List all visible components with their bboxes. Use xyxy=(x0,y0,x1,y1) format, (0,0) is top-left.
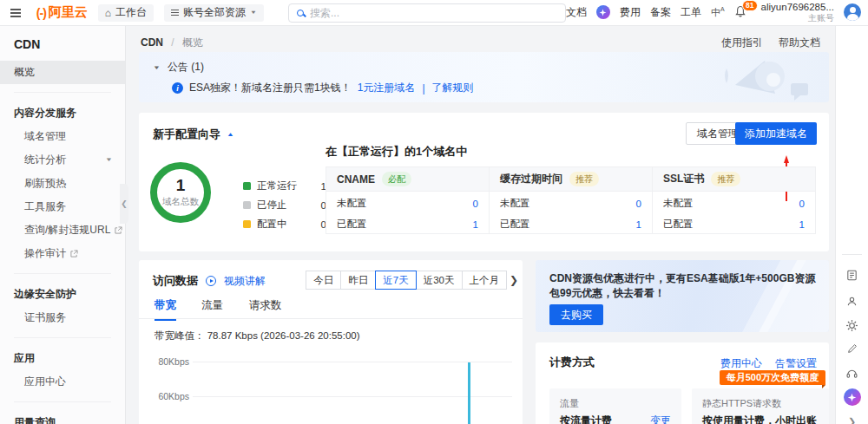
row-value-link[interactable]: 0 xyxy=(473,199,478,209)
settings-gear-icon[interactable] xyxy=(844,316,861,334)
range-7days-button[interactable]: 近7天 xyxy=(375,271,416,290)
top-navbar: (-)阿里云 ⌂ 工作台 账号全部资源 ▼ 文档 费用 备案 工单 中A 8 xyxy=(0,0,868,26)
workbench-button[interactable]: ⌂ 工作台 xyxy=(98,4,154,22)
sidebar-item-certificate-service[interactable]: 证书服务 xyxy=(0,306,125,329)
divider xyxy=(14,401,111,402)
home-icon: ⌂ xyxy=(105,7,111,19)
table-row: 未配置 0 xyxy=(490,194,652,212)
bandwidth-spike-line xyxy=(468,362,470,424)
sidebar-item-refresh-prefetch[interactable]: 刷新预热 xyxy=(0,172,125,195)
alert-settings-link[interactable]: 告警设置 xyxy=(775,356,817,371)
ticket-link[interactable]: 工单 xyxy=(681,5,701,20)
support-headset-icon[interactable] xyxy=(844,364,861,382)
cost-center-link[interactable]: 费用中心 xyxy=(720,356,762,371)
megaphone-illustration xyxy=(720,54,824,102)
search-input[interactable] xyxy=(310,7,557,19)
sidebar: CDN 概览 内容分发服务 域名管理 统计分析▼ 刷新预热 工具服务 查询/解封… xyxy=(0,26,126,424)
survey-icon[interactable] xyxy=(844,266,861,284)
notification-bell[interactable]: 81 xyxy=(734,5,746,20)
recommended-badge: 推荐 xyxy=(711,172,740,186)
row-value-link[interactable]: 0 xyxy=(636,199,641,209)
sidebar-section-usage-query: 用量查询 xyxy=(0,410,125,424)
range-lastmonth-button[interactable]: 上个月 xyxy=(462,271,508,290)
account-scope-selector[interactable]: 账号全部资源 ▼ xyxy=(164,4,264,22)
sidebar-item-tools[interactable]: 工具服务 xyxy=(0,195,125,219)
config-column-header: SSL证书 推荐 xyxy=(653,167,815,192)
sidebar-item-app-center[interactable]: 应用中心 xyxy=(0,370,125,394)
config-column-header: 缓存过期时间 推荐 xyxy=(490,167,652,192)
legend-item-configuring: 配置中 0 xyxy=(243,218,326,231)
account-type-label: 主账号 xyxy=(761,13,834,23)
billing-links: 费用中心 告警设置 xyxy=(720,356,817,371)
billing-title: 计费方式 xyxy=(549,355,595,370)
sidebar-section-content-delivery: 内容分发服务 xyxy=(0,101,125,125)
ai-assistant-icon[interactable] xyxy=(596,5,610,19)
learn-rules-link[interactable]: 了解规则 xyxy=(432,81,474,95)
promo-banner: CDN资源包优惠进行中，更有ESA基础版1年+500GB资源包99元优惠，快去看… xyxy=(536,260,829,332)
usage-guide-link[interactable]: 使用指引 xyxy=(721,36,763,50)
legend-item-stopped: 已停止 0 xyxy=(243,199,326,212)
bandwidth-peak: 带宽峰值： 78.87 Kbps (2026-03-26 20:55:00) xyxy=(155,329,360,342)
hamburger-menu-icon[interactable] xyxy=(10,9,21,10)
buy-now-button[interactable]: 去购买 xyxy=(549,304,603,325)
sidebar-item-domain-management[interactable]: 域名管理 xyxy=(0,125,125,148)
language-icon[interactable]: 中A xyxy=(711,6,725,19)
external-link-icon xyxy=(70,250,78,258)
billing-card-label: 流量 xyxy=(560,397,579,410)
aliyun-logo[interactable]: (-)阿里云 xyxy=(36,4,88,21)
tab-bandwidth[interactable]: 带宽 xyxy=(155,298,176,321)
row-value-link[interactable]: 1 xyxy=(799,219,805,230)
range-30days-button[interactable]: 近30天 xyxy=(416,271,463,290)
video-tutorial-link[interactable]: 视频讲解 xyxy=(224,274,266,289)
table-row: 未配置 0 xyxy=(653,194,815,212)
change-billing-link[interactable]: 变更 xyxy=(650,414,671,424)
time-range-group: 今日 昨日 近7天 近30天 上个月 xyxy=(306,271,507,290)
gridline-80 xyxy=(193,362,512,362)
range-yesterday-button[interactable]: 昨日 xyxy=(340,271,376,290)
feedback-pencil-icon[interactable] xyxy=(844,340,861,357)
sidebar-item-label: 操作审计 xyxy=(24,242,66,265)
workbench-label: 工作台 xyxy=(115,5,147,20)
sidebar-collapse-handle[interactable]: ❮ xyxy=(120,184,128,224)
notification-badge: 81 xyxy=(742,0,758,11)
tab-traffic[interactable]: 流量 xyxy=(201,298,223,319)
next-range-button[interactable]: ❯ xyxy=(510,274,518,286)
billing-link[interactable]: 费用 xyxy=(620,5,641,20)
legend-swatch-gray xyxy=(243,201,251,209)
register-domain-link[interactable]: 1元注册域名 xyxy=(358,81,416,95)
config-column-name: 缓存过期时间 xyxy=(500,172,562,186)
avatar[interactable] xyxy=(844,3,861,21)
range-today-button[interactable]: 今日 xyxy=(306,271,341,290)
beian-link[interactable]: 备案 xyxy=(650,5,671,20)
collapse-right-icon[interactable]: ❯ xyxy=(844,413,861,424)
legend-label: 配置中 xyxy=(257,218,287,231)
sidebar-item-action-audit[interactable]: 操作审计 xyxy=(0,242,125,265)
chevron-up-icon[interactable]: ▲ xyxy=(227,132,234,138)
help-docs-link[interactable]: 帮助文档 xyxy=(779,36,820,50)
table-row: 已配置 1 xyxy=(326,215,489,233)
billing-card-value: 按流量计费 xyxy=(560,414,612,424)
row-value-link[interactable]: 1 xyxy=(473,219,478,230)
sidebar-item-label: 查询/解封违规URL xyxy=(24,219,110,242)
account-menu[interactable]: aliyun7696285... 主账号 xyxy=(761,2,834,24)
sidebar-item-label: 统计分析 xyxy=(24,148,66,172)
row-value-link[interactable]: 0 xyxy=(799,199,805,209)
announcement-message: ESA独家！新域名注册只需1块钱！ xyxy=(189,81,352,95)
breadcrumb-root[interactable]: CDN xyxy=(141,36,163,49)
tab-requests[interactable]: 请求数 xyxy=(249,298,282,319)
row-value-link[interactable]: 1 xyxy=(636,219,641,230)
service-avatar-icon[interactable] xyxy=(844,292,861,310)
ai-assistant-icon[interactable] xyxy=(844,388,861,406)
search-icon xyxy=(297,10,304,16)
add-domain-button[interactable]: 添加加速域名 xyxy=(735,122,817,145)
traffic-tabs: 带宽 流量 请求数 xyxy=(139,298,523,319)
docs-link[interactable]: 文档 xyxy=(566,5,587,20)
sidebar-item-overview[interactable]: 概览 xyxy=(0,61,125,84)
legend-swatch-yellow xyxy=(243,220,251,228)
row-label: 未配置 xyxy=(500,197,530,210)
config-column-header: CNAME 必配 xyxy=(326,167,489,192)
config-column-ssl: SSL证书 推荐 未配置 0 已配置 1 xyxy=(652,167,815,233)
sidebar-item-statistics[interactable]: 统计分析▼ xyxy=(0,148,125,172)
chevron-down-icon[interactable]: ▼ xyxy=(153,64,161,70)
sidebar-item-unblock-url[interactable]: 查询/解封违规URL xyxy=(0,219,125,242)
